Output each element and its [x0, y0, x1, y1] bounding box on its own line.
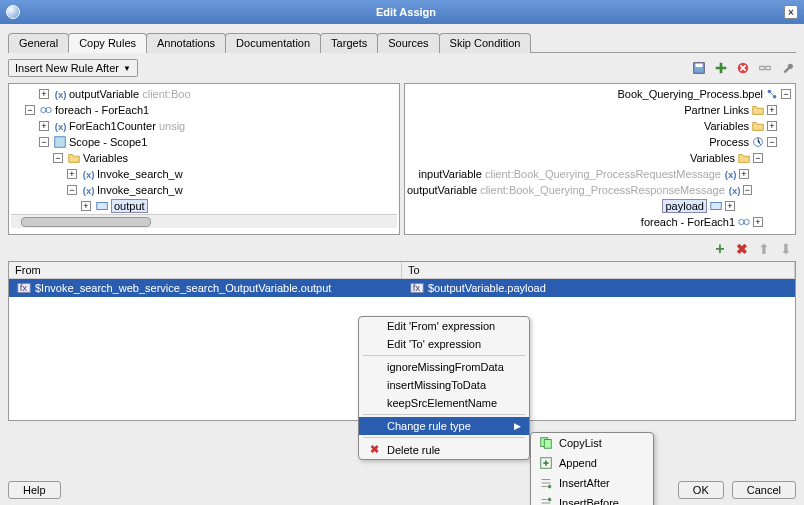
- tree-node[interactable]: Scope - Scope1: [69, 136, 147, 148]
- tab-copy-rules[interactable]: Copy Rules: [68, 33, 147, 53]
- sub-copylist[interactable]: CopyList: [531, 433, 653, 453]
- expand-toggle[interactable]: +: [39, 121, 49, 131]
- tree-node[interactable]: Book_Querying_Process.bpel: [617, 88, 763, 100]
- svg-point-20: [744, 219, 749, 224]
- tree-node[interactable]: outputVariable: [69, 88, 139, 100]
- tree-node[interactable]: Process: [709, 136, 749, 148]
- expand-toggle[interactable]: −: [753, 153, 763, 163]
- tree-toolbar: Insert New Rule After ▼: [8, 59, 796, 77]
- tab-targets[interactable]: Targets: [320, 33, 378, 53]
- move-down-button[interactable]: ⬇: [778, 241, 794, 257]
- ctx-edit-to[interactable]: Edit 'To' expression: [359, 335, 529, 353]
- variable-icon: (x): [81, 183, 95, 197]
- svg-rect-4: [766, 66, 770, 70]
- sub-insertafter[interactable]: InsertAfter: [531, 473, 653, 493]
- ok-button[interactable]: OK: [678, 481, 724, 499]
- tree-node-type: client:Boo: [142, 88, 190, 100]
- svg-text:(x): (x): [55, 89, 67, 100]
- tree-node-type: client:Book_Querying_ProcessRequestMessa…: [485, 168, 721, 180]
- expression-icon: fx: [410, 281, 424, 295]
- ctx-insert-missing[interactable]: insertMissingToData: [359, 376, 529, 394]
- variable-icon: (x): [81, 167, 95, 181]
- close-button[interactable]: ×: [784, 5, 798, 19]
- add-icon[interactable]: [712, 59, 730, 77]
- element-icon: [95, 199, 109, 213]
- expand-toggle[interactable]: +: [767, 121, 777, 131]
- horizontal-scrollbar[interactable]: [11, 214, 397, 228]
- expand-toggle[interactable]: −: [743, 185, 752, 195]
- sub-insertbefore[interactable]: InsertBefore: [531, 493, 653, 505]
- tree-node[interactable]: Variables: [690, 152, 735, 164]
- tree-node[interactable]: Invoke_search_w: [97, 168, 183, 180]
- table-row[interactable]: fx$Invoke_search_web_service_search_Outp…: [9, 279, 795, 297]
- tree-node[interactable]: Partner Links: [684, 104, 749, 116]
- variable-icon: (x): [723, 167, 737, 181]
- tab-general[interactable]: General: [8, 33, 69, 53]
- expand-toggle[interactable]: −: [39, 137, 49, 147]
- tree-node[interactable]: foreach - ForEach1: [55, 104, 149, 116]
- folder-icon: [751, 119, 765, 133]
- insertbefore-icon: [539, 496, 553, 505]
- tree-node[interactable]: ForEach1Counter: [69, 120, 156, 132]
- dialog-title: Edit Assign: [28, 6, 784, 18]
- tab-documentation[interactable]: Documentation: [225, 33, 321, 53]
- ctx-delete-rule[interactable]: ✖Delete rule: [359, 440, 529, 459]
- tree-node[interactable]: inputVariable: [419, 168, 482, 180]
- foreach-icon: [737, 215, 751, 229]
- svg-point-19: [739, 219, 744, 224]
- titlebar: Edit Assign ×: [0, 0, 804, 24]
- ctx-keep-src[interactable]: keepSrcElementName: [359, 394, 529, 412]
- expand-toggle[interactable]: +: [67, 169, 77, 179]
- selected-source-node[interactable]: output: [111, 199, 148, 213]
- insert-rule-label: Insert New Rule After: [15, 62, 119, 74]
- expand-toggle[interactable]: +: [753, 217, 763, 227]
- expand-toggle[interactable]: +: [767, 105, 777, 115]
- tree-node[interactable]: Variables: [704, 120, 749, 132]
- insertafter-icon: [539, 476, 553, 490]
- expand-toggle[interactable]: +: [81, 201, 91, 211]
- expand-toggle[interactable]: +: [39, 89, 49, 99]
- expand-toggle[interactable]: −: [767, 137, 777, 147]
- column-to[interactable]: To: [402, 262, 795, 278]
- svg-text:(x): (x): [83, 185, 95, 196]
- column-from[interactable]: From: [9, 262, 402, 278]
- cancel-button[interactable]: Cancel: [732, 481, 796, 499]
- sub-append[interactable]: Append: [531, 453, 653, 473]
- tree-node[interactable]: foreach - ForEach1: [641, 216, 735, 228]
- help-button[interactable]: Help: [8, 481, 61, 499]
- ctx-change-rule-type[interactable]: Change rule type▶: [359, 417, 529, 435]
- save-icon[interactable]: [690, 59, 708, 77]
- expand-toggle[interactable]: −: [67, 185, 77, 195]
- move-up-button[interactable]: ⬆: [756, 241, 772, 257]
- expand-toggle[interactable]: −: [781, 89, 791, 99]
- wrench-icon[interactable]: [778, 59, 796, 77]
- source-tree[interactable]: +(x)outputVariable client:Boo −foreach -…: [8, 83, 400, 235]
- svg-point-6: [41, 107, 46, 112]
- expand-toggle[interactable]: +: [739, 169, 749, 179]
- app-icon: [6, 5, 20, 19]
- delete-rule-button[interactable]: ✖: [734, 241, 750, 257]
- delete-icon[interactable]: [734, 59, 752, 77]
- tab-annotations[interactable]: Annotations: [146, 33, 226, 53]
- variable-icon: (x): [53, 119, 67, 133]
- target-tree[interactable]: Book_Querying_Process.bpel− Partner Link…: [404, 83, 796, 235]
- ctx-ignore-missing[interactable]: ignoreMissingFromData: [359, 358, 529, 376]
- foreach-icon: [39, 103, 53, 117]
- add-rule-button[interactable]: +: [712, 241, 728, 257]
- expand-toggle[interactable]: −: [25, 105, 35, 115]
- expand-toggle[interactable]: −: [53, 153, 63, 163]
- expand-toggle[interactable]: +: [725, 201, 735, 211]
- tab-bar: General Copy Rules Annotations Documenta…: [8, 32, 796, 53]
- svg-rect-26: [544, 440, 551, 449]
- tree-node[interactable]: Invoke_search_w: [97, 184, 183, 196]
- ctx-edit-from[interactable]: Edit 'From' expression: [359, 317, 529, 335]
- link-icon[interactable]: [756, 59, 774, 77]
- tree-node[interactable]: outputVariable: [407, 184, 477, 196]
- selected-target-node[interactable]: payload: [662, 199, 707, 213]
- tab-skip-condition[interactable]: Skip Condition: [439, 33, 532, 53]
- tab-sources[interactable]: Sources: [377, 33, 439, 53]
- svg-rect-3: [760, 66, 764, 70]
- to-value: $outputVariable.payload: [428, 282, 546, 294]
- insert-rule-dropdown[interactable]: Insert New Rule After ▼: [8, 59, 138, 77]
- tree-node[interactable]: Variables: [83, 152, 128, 164]
